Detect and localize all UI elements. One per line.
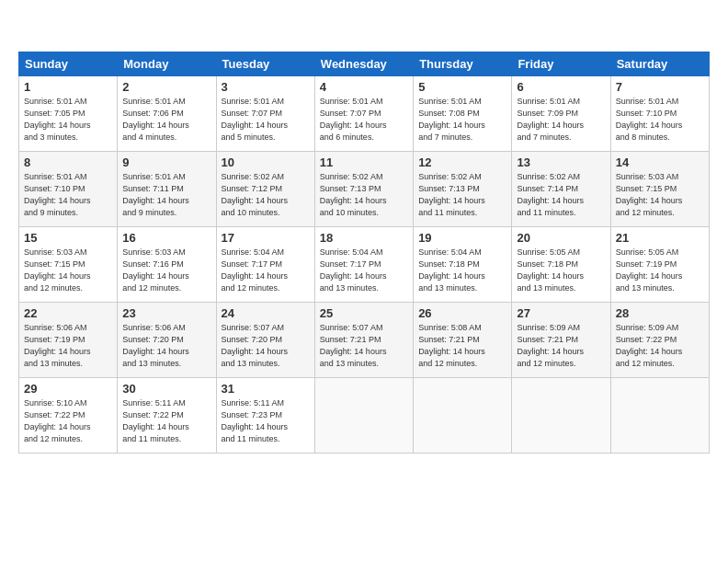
day-header-sunday: Sunday (19, 52, 118, 76)
day-content: Sunrise: 5:09 AM Sunset: 7:22 PM Dayligh… (616, 322, 704, 370)
logo (18, 18, 20, 44)
calendar-cell: 1Sunrise: 5:01 AM Sunset: 7:05 PM Daylig… (19, 76, 118, 152)
day-content: Sunrise: 5:02 AM Sunset: 7:13 PM Dayligh… (418, 171, 506, 219)
calendar-cell: 16Sunrise: 5:03 AM Sunset: 7:16 PM Dayli… (118, 227, 216, 303)
day-number: 12 (418, 155, 506, 169)
day-content: Sunrise: 5:03 AM Sunset: 7:15 PM Dayligh… (616, 171, 704, 219)
calendar-cell (414, 378, 512, 454)
day-number: 27 (517, 306, 605, 320)
calendar-cell: 28Sunrise: 5:09 AM Sunset: 7:22 PM Dayli… (610, 303, 709, 378)
day-number: 7 (616, 80, 704, 94)
calendar-cell: 17Sunrise: 5:04 AM Sunset: 7:17 PM Dayli… (216, 227, 314, 303)
day-content: Sunrise: 5:10 AM Sunset: 7:22 PM Dayligh… (24, 397, 112, 445)
day-content: Sunrise: 5:04 AM Sunset: 7:18 PM Dayligh… (418, 247, 506, 294)
calendar-cell (610, 378, 709, 454)
day-content: Sunrise: 5:01 AM Sunset: 7:11 PM Dayligh… (122, 171, 210, 219)
day-header-friday: Friday (512, 52, 610, 76)
calendar-table: SundayMondayTuesdayWednesdayThursdayFrid… (18, 52, 710, 454)
calendar-week-4: 22Sunrise: 5:06 AM Sunset: 7:19 PM Dayli… (19, 303, 710, 378)
page: SundayMondayTuesdayWednesdayThursdayFrid… (0, 0, 728, 563)
day-header-monday: Monday (118, 52, 216, 76)
calendar-cell (314, 378, 413, 454)
calendar-cell: 31Sunrise: 5:11 AM Sunset: 7:23 PM Dayli… (216, 378, 314, 454)
calendar-cell: 9Sunrise: 5:01 AM Sunset: 7:11 PM Daylig… (118, 152, 216, 227)
calendar-cell: 2Sunrise: 5:01 AM Sunset: 7:06 PM Daylig… (118, 76, 216, 152)
calendar-cell: 6Sunrise: 5:01 AM Sunset: 7:09 PM Daylig… (512, 76, 610, 152)
calendar-cell: 21Sunrise: 5:05 AM Sunset: 7:19 PM Dayli… (610, 227, 709, 303)
calendar-cell: 3Sunrise: 5:01 AM Sunset: 7:07 PM Daylig… (216, 76, 314, 152)
calendar-cell: 22Sunrise: 5:06 AM Sunset: 7:19 PM Dayli… (19, 303, 118, 378)
calendar-cell: 20Sunrise: 5:05 AM Sunset: 7:18 PM Dayli… (512, 227, 610, 303)
day-number: 31 (222, 382, 310, 396)
day-number: 26 (418, 306, 506, 320)
day-content: Sunrise: 5:02 AM Sunset: 7:14 PM Dayligh… (517, 171, 605, 219)
day-content: Sunrise: 5:06 AM Sunset: 7:19 PM Dayligh… (24, 322, 112, 370)
day-content: Sunrise: 5:05 AM Sunset: 7:19 PM Dayligh… (616, 247, 704, 294)
day-content: Sunrise: 5:11 AM Sunset: 7:23 PM Dayligh… (222, 397, 310, 445)
day-content: Sunrise: 5:04 AM Sunset: 7:17 PM Dayligh… (320, 247, 408, 294)
day-number: 25 (320, 306, 408, 320)
day-number: 21 (616, 231, 704, 245)
day-content: Sunrise: 5:04 AM Sunset: 7:17 PM Dayligh… (222, 247, 310, 294)
day-content: Sunrise: 5:03 AM Sunset: 7:15 PM Dayligh… (24, 247, 112, 294)
calendar-cell: 30Sunrise: 5:11 AM Sunset: 7:22 PM Dayli… (118, 378, 216, 454)
day-number: 5 (418, 80, 506, 94)
day-content: Sunrise: 5:08 AM Sunset: 7:21 PM Dayligh… (418, 322, 506, 370)
calendar-cell: 27Sunrise: 5:09 AM Sunset: 7:21 PM Dayli… (512, 303, 610, 378)
day-number: 23 (122, 306, 210, 320)
calendar-cell: 18Sunrise: 5:04 AM Sunset: 7:17 PM Dayli… (314, 227, 413, 303)
day-content: Sunrise: 5:01 AM Sunset: 7:09 PM Dayligh… (517, 96, 605, 144)
day-number: 30 (122, 382, 210, 396)
calendar-cell: 10Sunrise: 5:02 AM Sunset: 7:12 PM Dayli… (216, 152, 314, 227)
calendar-cell: 13Sunrise: 5:02 AM Sunset: 7:14 PM Dayli… (512, 152, 610, 227)
day-number: 20 (517, 231, 605, 245)
day-content: Sunrise: 5:05 AM Sunset: 7:18 PM Dayligh… (517, 247, 605, 294)
day-content: Sunrise: 5:07 AM Sunset: 7:20 PM Dayligh… (222, 322, 310, 370)
day-number: 15 (24, 231, 112, 245)
day-number: 13 (517, 155, 605, 169)
day-content: Sunrise: 5:01 AM Sunset: 7:10 PM Dayligh… (616, 96, 704, 144)
calendar-cell (512, 378, 610, 454)
day-number: 11 (320, 155, 408, 169)
day-number: 1 (24, 80, 112, 94)
day-number: 28 (616, 306, 704, 320)
day-number: 3 (222, 80, 310, 94)
day-number: 19 (418, 231, 506, 245)
calendar-cell: 8Sunrise: 5:01 AM Sunset: 7:10 PM Daylig… (19, 152, 118, 227)
day-number: 22 (24, 306, 112, 320)
calendar-cell: 7Sunrise: 5:01 AM Sunset: 7:10 PM Daylig… (610, 76, 709, 152)
calendar-cell: 23Sunrise: 5:06 AM Sunset: 7:20 PM Dayli… (118, 303, 216, 378)
day-content: Sunrise: 5:11 AM Sunset: 7:22 PM Dayligh… (122, 397, 210, 445)
day-content: Sunrise: 5:02 AM Sunset: 7:13 PM Dayligh… (320, 171, 408, 219)
calendar-week-2: 8Sunrise: 5:01 AM Sunset: 7:10 PM Daylig… (19, 152, 710, 227)
calendar-cell: 11Sunrise: 5:02 AM Sunset: 7:13 PM Dayli… (314, 152, 413, 227)
header (18, 15, 710, 44)
calendar-header-row: SundayMondayTuesdayWednesdayThursdayFrid… (19, 52, 710, 76)
calendar-week-3: 15Sunrise: 5:03 AM Sunset: 7:15 PM Dayli… (19, 227, 710, 303)
day-content: Sunrise: 5:01 AM Sunset: 7:07 PM Dayligh… (320, 96, 408, 144)
day-content: Sunrise: 5:07 AM Sunset: 7:21 PM Dayligh… (320, 322, 408, 370)
calendar-cell: 5Sunrise: 5:01 AM Sunset: 7:08 PM Daylig… (414, 76, 512, 152)
day-number: 24 (222, 306, 310, 320)
day-number: 4 (320, 80, 408, 94)
day-content: Sunrise: 5:03 AM Sunset: 7:16 PM Dayligh… (122, 247, 210, 294)
calendar-cell: 26Sunrise: 5:08 AM Sunset: 7:21 PM Dayli… (414, 303, 512, 378)
day-number: 6 (517, 80, 605, 94)
calendar-cell: 14Sunrise: 5:03 AM Sunset: 7:15 PM Dayli… (610, 152, 709, 227)
calendar-cell: 25Sunrise: 5:07 AM Sunset: 7:21 PM Dayli… (314, 303, 413, 378)
day-number: 29 (24, 382, 112, 396)
calendar-cell: 19Sunrise: 5:04 AM Sunset: 7:18 PM Dayli… (414, 227, 512, 303)
day-content: Sunrise: 5:09 AM Sunset: 7:21 PM Dayligh… (517, 322, 605, 370)
day-content: Sunrise: 5:02 AM Sunset: 7:12 PM Dayligh… (222, 171, 310, 219)
day-content: Sunrise: 5:01 AM Sunset: 7:06 PM Dayligh… (122, 96, 210, 144)
day-header-thursday: Thursday (414, 52, 512, 76)
calendar-week-5: 29Sunrise: 5:10 AM Sunset: 7:22 PM Dayli… (19, 378, 710, 454)
day-number: 9 (122, 155, 210, 169)
day-content: Sunrise: 5:01 AM Sunset: 7:10 PM Dayligh… (24, 171, 112, 219)
day-number: 8 (24, 155, 112, 169)
calendar-cell: 4Sunrise: 5:01 AM Sunset: 7:07 PM Daylig… (314, 76, 413, 152)
day-header-saturday: Saturday (610, 52, 709, 76)
day-header-wednesday: Wednesday (314, 52, 413, 76)
day-number: 10 (222, 155, 310, 169)
day-number: 16 (122, 231, 210, 245)
